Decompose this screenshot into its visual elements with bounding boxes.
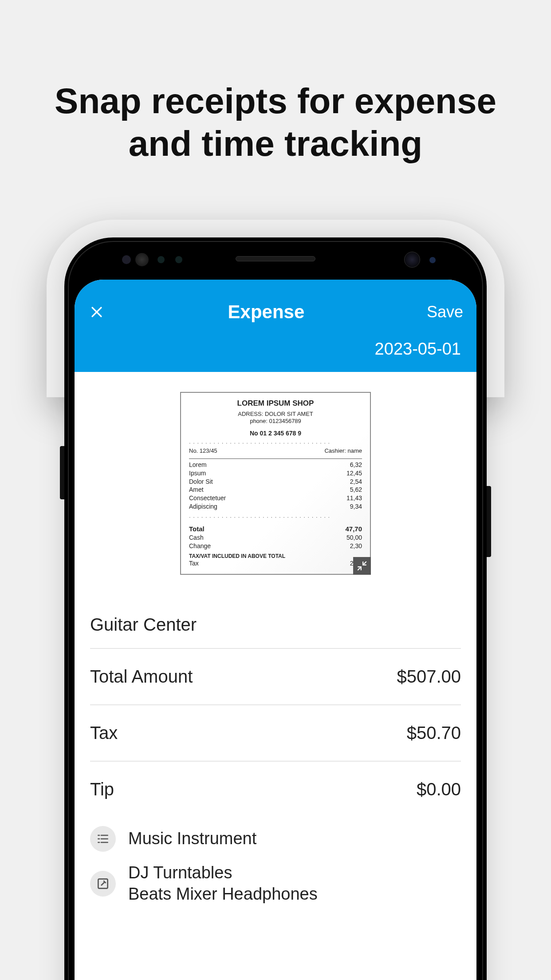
receipt-line-item: Adipiscing9,34 (189, 502, 362, 511)
receipt-divider: · · · · · · · · · · · · · · · · · · · · … (189, 439, 362, 446)
app-header: Expense Save 2023-05-01 (75, 280, 476, 372)
collapse-icon (356, 560, 368, 572)
sensor-dot-icon (122, 255, 131, 264)
receipt-line-item: Lorem6,32 (189, 461, 362, 469)
receipt-preview[interactable]: LOREM IPSUM SHOP ADRESS: DOLOR SIT AMET … (75, 372, 476, 593)
phone-notch (64, 237, 487, 280)
category-value: Music Instrument (128, 828, 256, 850)
receipt-address: ADRESS: DOLOR SIT AMET phone: 0123456789 (189, 411, 362, 424)
receipt-address-line: ADRESS: DOLOR SIT AMET (238, 411, 313, 417)
tax-value: $50.70 (407, 723, 461, 743)
receipt-change-row: Change2,30 (189, 542, 362, 550)
close-icon (89, 304, 104, 320)
description-row[interactable]: DJ Turntables Beats Mixer Headphones (90, 854, 461, 906)
receipt-shop-name: LOREM IPSUM SHOP (189, 399, 362, 408)
collapse-receipt-button[interactable] (353, 557, 371, 575)
receipt-image: LOREM IPSUM SHOP ADRESS: DOLOR SIT AMET … (180, 392, 371, 575)
sensor-iris-icon (135, 253, 149, 266)
promo-headline-line2: and time tracking (129, 124, 422, 163)
receipt-line-item: Ipsum12,45 (189, 469, 362, 478)
tip-label: Tip (90, 779, 114, 799)
expense-date[interactable]: 2023-05-01 (75, 333, 476, 372)
receipt-meta-row: No. 123/45 Cashier: name (189, 447, 362, 455)
receipt-line-item: Dolor Sit2,54 (189, 478, 362, 486)
receipt-tax-row: Tax2,54 (189, 559, 362, 568)
phone-screen: Expense Save 2023-05-01 LOREM IPSUM SHOP… (75, 280, 476, 980)
promo-headline: Snap receipts for expense and time track… (0, 80, 551, 165)
close-button[interactable] (88, 303, 106, 321)
total-amount-row[interactable]: Total Amount $507.00 (90, 649, 461, 705)
screen-title: Expense (106, 301, 427, 323)
total-amount-label: Total Amount (90, 667, 193, 687)
tax-row[interactable]: Tax $50.70 (90, 705, 461, 762)
description-line1: DJ Turntables (128, 863, 232, 882)
receipt-phone-line: phone: 0123456789 (250, 418, 301, 424)
description-value: DJ Turntables Beats Mixer Headphones (128, 862, 318, 905)
category-row[interactable]: Music Instrument (90, 817, 461, 854)
receipt-line-item: Amet5,62 (189, 486, 362, 494)
vendor-field[interactable]: Guitar Center (90, 593, 461, 649)
total-amount-value: $507.00 (397, 667, 461, 687)
receipt-total-row: Total47,70 (189, 525, 362, 533)
receipt-line-item: Consectetuer11,43 (189, 494, 362, 502)
speaker-grill-icon (236, 256, 315, 261)
tip-value: $0.00 (417, 779, 461, 799)
edit-icon (90, 871, 116, 897)
side-button-right (487, 486, 491, 557)
description-line2: Beats Mixer Headphones (128, 885, 318, 903)
save-button[interactable]: Save (427, 303, 463, 321)
sensor-led-icon (429, 257, 436, 263)
promo-headline-line1: Snap receipts for expense (55, 81, 496, 121)
receipt-serial: No 01 2 345 678 9 (189, 430, 362, 437)
front-camera-icon (404, 252, 420, 268)
receipt-divider: · · · · · · · · · · · · · · · · · · · · … (189, 514, 362, 520)
receipt-divider (189, 458, 362, 459)
receipt-cashier: Cashier: name (324, 447, 362, 455)
side-button-left (60, 446, 64, 499)
tax-label: Tax (90, 723, 118, 743)
sensor-led-icon (175, 256, 182, 263)
list-icon (90, 826, 116, 852)
expense-form: Guitar Center Total Amount $507.00 Tax $… (75, 593, 476, 906)
receipt-order-no: No. 123/45 (189, 447, 217, 455)
tip-row[interactable]: Tip $0.00 (90, 762, 461, 817)
receipt-cash-row: Cash50,00 (189, 533, 362, 542)
phone-frame: Expense Save 2023-05-01 LOREM IPSUM SHOP… (64, 237, 487, 980)
receipt-tax-note: TAX/VAT INCLUDED IN ABOVE TOTAL (189, 553, 362, 559)
sensor-led-icon (157, 256, 165, 263)
